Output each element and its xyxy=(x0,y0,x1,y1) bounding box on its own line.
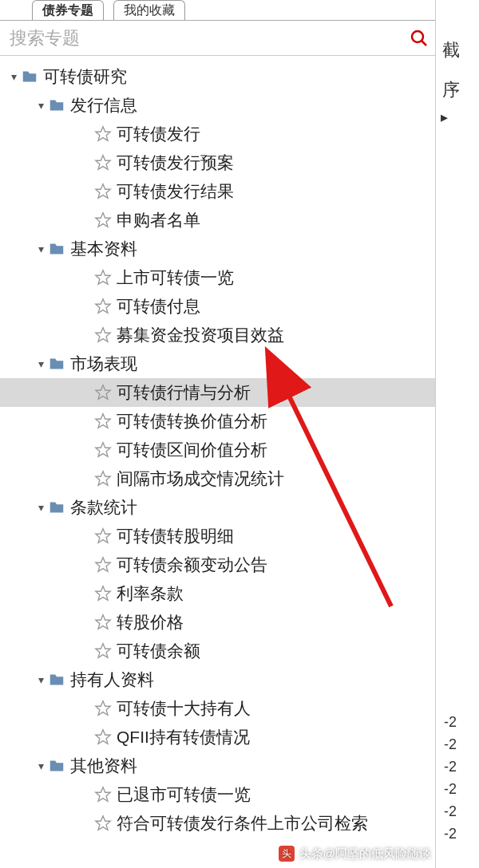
svg-marker-6 xyxy=(96,270,110,284)
tree-item[interactable]: ▾其他资料 xyxy=(0,752,435,780)
tree-item-label: 符合可转债发行条件上市公司检索 xyxy=(117,812,368,834)
tree-item-label: 可转债区间价值分析 xyxy=(117,439,267,461)
tree-item[interactable]: 可转债余额 xyxy=(0,637,435,665)
tree-item-label: 可转债发行结果 xyxy=(117,180,234,203)
tree-item[interactable]: ▾基本资料 xyxy=(0,235,435,263)
star-icon xyxy=(94,326,112,344)
folder-icon xyxy=(21,68,38,85)
right-value: -2 xyxy=(444,736,457,753)
tree-item[interactable]: 间隔市场成交情况统计 xyxy=(0,464,435,493)
star-icon xyxy=(94,815,112,832)
tree-item-label: 发行信息 xyxy=(70,94,137,116)
tree-item[interactable]: 转股价格 xyxy=(0,608,435,637)
tree-item[interactable]: 申购者名单 xyxy=(0,206,435,235)
chevron-down-icon[interactable]: ▾ xyxy=(34,501,48,514)
tree-item[interactable]: ▾条款统计 xyxy=(0,493,435,522)
right-value: -2 xyxy=(444,714,457,731)
right-label-cutoff: 截 xyxy=(442,38,460,62)
search-input[interactable] xyxy=(6,23,410,53)
star-icon xyxy=(94,384,112,401)
topic-tree: ▾可转债研究▾发行信息可转债发行可转债发行预案可转债发行结果申购者名单▾基本资料… xyxy=(0,56,435,868)
tree-item[interactable]: 可转债发行 xyxy=(0,120,435,148)
tree-item[interactable]: 符合可转债发行条件上市公司检索 xyxy=(0,809,435,838)
tree-item[interactable]: 可转债转换价值分析 xyxy=(0,407,435,436)
chevron-down-icon[interactable]: ▾ xyxy=(34,673,48,686)
tree-item-label: QFII持有转债情况 xyxy=(117,726,250,748)
search-row xyxy=(0,21,435,56)
star-icon xyxy=(94,211,112,229)
tree-item-label: 可转债付息 xyxy=(117,295,200,318)
star-icon xyxy=(94,441,112,459)
star-icon xyxy=(94,183,112,200)
tree-item[interactable]: 可转债行情与分析 xyxy=(0,378,435,407)
tab-bond-topics[interactable]: 债券专题 xyxy=(32,0,104,20)
tree-item[interactable]: 可转债十大持有人 xyxy=(0,694,435,723)
star-icon xyxy=(94,786,112,803)
tree-item-label: 申购者名单 xyxy=(117,209,200,231)
tree-item-label: 可转债发行预案 xyxy=(117,152,234,174)
star-icon xyxy=(94,269,112,286)
star-icon xyxy=(94,412,112,430)
folder-icon xyxy=(48,240,65,258)
svg-marker-15 xyxy=(96,586,110,600)
tree-item-label: 其他资料 xyxy=(70,755,137,777)
tree-item-label: 可转债行情与分析 xyxy=(117,381,251,404)
chevron-down-icon[interactable]: ▾ xyxy=(6,70,21,83)
star-icon xyxy=(94,154,112,172)
watermark-logo-icon: 头 xyxy=(279,846,295,862)
tree-item[interactable]: 可转债转股明细 xyxy=(0,522,435,550)
svg-marker-19 xyxy=(96,730,110,744)
tree-item-label: 已退市可转债一览 xyxy=(117,783,251,806)
search-icon[interactable] xyxy=(410,29,429,48)
chevron-down-icon[interactable]: ▾ xyxy=(34,99,48,112)
tree-item[interactable]: ▾可转债研究 xyxy=(0,62,435,91)
star-icon xyxy=(94,125,112,143)
svg-marker-17 xyxy=(96,644,110,657)
folder-icon xyxy=(48,355,65,373)
tree-item[interactable]: 利率条款 xyxy=(0,579,435,608)
star-icon xyxy=(94,614,112,631)
tree-item[interactable]: ▾发行信息 xyxy=(0,91,435,120)
svg-marker-8 xyxy=(96,328,110,341)
tree-item-label: 可转债余额变动公告 xyxy=(117,554,267,576)
tree-item-label: 基本资料 xyxy=(70,238,137,260)
svg-point-0 xyxy=(412,31,423,42)
svg-line-1 xyxy=(422,41,426,45)
star-icon xyxy=(94,470,112,487)
folder-icon xyxy=(48,757,65,775)
tree-item[interactable]: 可转债发行预案 xyxy=(0,148,435,177)
watermark-text: 头条@阿坚的低风险随谈 xyxy=(299,846,431,862)
svg-marker-16 xyxy=(96,615,110,629)
tree-item[interactable]: ▾持有人资料 xyxy=(0,665,435,694)
tree-item[interactable]: 募集资金投资项目效益 xyxy=(0,321,435,349)
star-icon xyxy=(94,556,112,574)
svg-marker-3 xyxy=(96,156,110,169)
svg-marker-2 xyxy=(96,127,110,140)
tree-item[interactable]: ▾市场表现 xyxy=(0,349,435,378)
tree-item[interactable]: QFII持有转债情况 xyxy=(0,723,435,752)
tree-item-label: 市场表现 xyxy=(70,353,137,375)
tree-item[interactable]: 可转债付息 xyxy=(0,292,435,321)
right-panel-strip: 截 序 ▸ -2-2-2-2-2-2 xyxy=(435,0,479,868)
right-value: -2 xyxy=(444,781,457,798)
tree-item-label: 间隔市场成交情况统计 xyxy=(117,468,284,490)
tree-item[interactable]: 上市可转债一览 xyxy=(0,263,435,292)
svg-marker-10 xyxy=(96,414,110,428)
tab-my-favorites[interactable]: 我的收藏 xyxy=(113,0,185,20)
svg-marker-21 xyxy=(96,816,110,830)
svg-marker-11 xyxy=(96,443,110,456)
tree-item[interactable]: 可转债发行结果 xyxy=(0,177,435,206)
svg-marker-9 xyxy=(96,385,110,399)
chevron-down-icon[interactable]: ▾ xyxy=(34,357,48,370)
tree-item[interactable]: 已退市可转债一览 xyxy=(0,780,435,809)
tabs-row: 债券专题 我的收藏 xyxy=(0,0,435,21)
chevron-down-icon[interactable]: ▾ xyxy=(34,760,48,772)
right-value: -2 xyxy=(444,803,457,820)
tree-item-label: 可转债研究 xyxy=(43,65,127,88)
tree-item-label: 持有人资料 xyxy=(70,669,154,691)
svg-marker-4 xyxy=(96,184,110,198)
tree-item[interactable]: 可转债余额变动公告 xyxy=(0,550,435,579)
chevron-down-icon[interactable]: ▾ xyxy=(34,243,48,255)
svg-marker-14 xyxy=(96,558,110,571)
tree-item[interactable]: 可转债区间价值分析 xyxy=(0,436,435,464)
